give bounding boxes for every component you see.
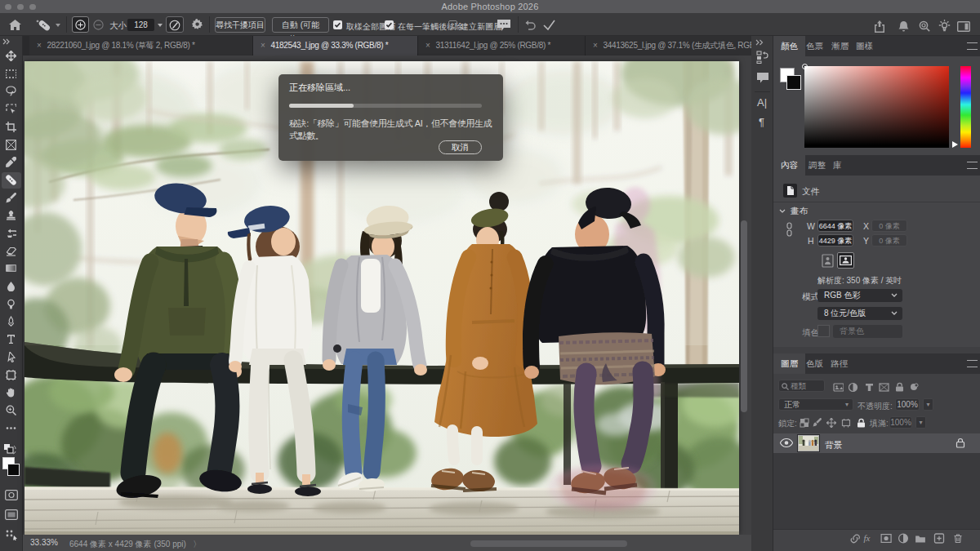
svg-text:fx: fx [864,533,871,543]
